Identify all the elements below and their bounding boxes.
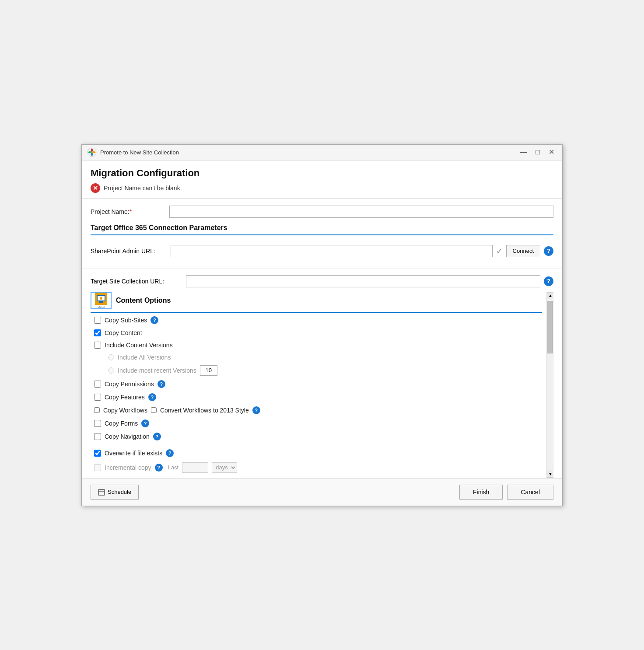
connection-section-title: Target Office 365 Connection Parameters [91, 224, 553, 235]
include-all-versions-label: Include All Versions [118, 354, 171, 361]
overwrite-row: Overwrite if file exists ? [91, 449, 542, 457]
copy-sub-sites-help-button[interactable]: ? [150, 316, 158, 324]
main-window: Promote to New Site Collection — □ ✕ Mig… [81, 144, 563, 506]
finish-button[interactable]: Finish [459, 485, 503, 500]
error-banner: ✕ Project Name can't be blank. [91, 183, 553, 193]
content-area: Target Site Collection URL: ? [82, 269, 562, 478]
scrollbar-track: ▲ ▼ [546, 292, 553, 478]
sharepoint-admin-help-button[interactable]: ? [544, 246, 553, 256]
minimize-button[interactable]: — [517, 148, 529, 157]
include-all-versions-radio[interactable] [108, 354, 114, 360]
include-content-versions-checkbox[interactable] [94, 342, 101, 349]
copy-sub-sites-label: Copy Sub-Sites [105, 317, 147, 324]
schedule-button-label: Schedule [108, 489, 131, 495]
target-site-url-row: Target Site Collection URL: ? [91, 269, 553, 292]
copy-features-checkbox[interactable] [94, 394, 101, 401]
window-body: Migration Configuration ✕ Project Name c… [82, 161, 562, 506]
overwrite-checkbox[interactable] [94, 450, 101, 457]
close-button[interactable]: ✕ [546, 148, 557, 157]
copy-navigation-checkbox[interactable] [94, 433, 101, 440]
include-all-versions-row: Include All Versions [91, 354, 542, 361]
copy-features-help-button[interactable]: ? [148, 393, 156, 401]
options-inner: 2013 Content Options Copy Sub-Sites ? Co… [91, 292, 546, 478]
options-container: 2013 Content Options Copy Sub-Sites ? Co… [91, 292, 553, 478]
title-bar-left: Promote to New Site Collection [87, 147, 179, 157]
copy-sub-sites-checkbox[interactable] [94, 317, 101, 324]
scrollbar-arrow-down[interactable]: ▼ [547, 471, 553, 478]
maximize-button[interactable]: □ [533, 148, 542, 157]
copy-workflows-checkbox[interactable] [94, 407, 100, 413]
project-name-row: Project Name:* [91, 206, 553, 218]
schedule-button[interactable]: Schedule [91, 485, 139, 500]
include-content-versions-row: Include Content Versions [91, 342, 542, 349]
include-recent-versions-radio[interactable] [108, 367, 114, 374]
content-options-title: Content Options [116, 297, 171, 304]
copy-permissions-checkbox[interactable] [94, 381, 101, 388]
include-recent-versions-label: Include most recent Versions [118, 367, 196, 374]
copy-workflows-row: Copy Workflows Convert Workflows to 2013… [91, 406, 542, 414]
svg-rect-5 [98, 489, 105, 495]
copy-features-label: Copy Features [105, 394, 145, 401]
overwrite-label: Overwrite if file exists [105, 450, 162, 457]
title-bar-controls: — □ ✕ [517, 148, 557, 157]
required-star: * [130, 208, 132, 215]
error-icon: ✕ [91, 183, 100, 193]
target-site-url-input[interactable] [186, 275, 540, 287]
scrollbar-arrow-up[interactable]: ▲ [547, 292, 553, 299]
checkmark-icon: ✓ [496, 246, 503, 256]
error-message: Project Name can't be blank. [104, 185, 182, 192]
convert-workflows-checkbox[interactable] [151, 407, 157, 413]
copy-workflows-label: Copy Workflows [103, 407, 147, 414]
icon-year: 2013 [98, 305, 105, 308]
incremental-copy-label: Incremental copy [105, 464, 151, 471]
copy-content-label: Copy Content [105, 329, 142, 336]
scrollbar-thumb[interactable] [547, 301, 553, 353]
copy-content-row: Copy Content [91, 329, 542, 336]
copy-sub-sites-row: Copy Sub-Sites ? [91, 316, 542, 324]
svg-rect-4 [99, 301, 103, 303]
footer-right: Finish Cancel [459, 485, 553, 500]
copy-navigation-label: Copy Navigation [105, 433, 150, 440]
sharepoint-admin-url-label: SharePoint Admin URL: [91, 248, 167, 255]
sharepoint-admin-url-input[interactable] [171, 245, 493, 257]
copy-content-checkbox[interactable] [94, 329, 101, 336]
overwrite-help-button[interactable]: ? [166, 449, 174, 457]
content-options-header: 2013 Content Options [91, 292, 542, 313]
project-name-label: Project Name:* [91, 208, 169, 215]
app-logo-icon [87, 147, 97, 157]
copy-forms-checkbox[interactable] [94, 420, 101, 427]
copy-forms-help-button[interactable]: ? [141, 419, 149, 427]
incremental-copy-row: Incremental copy ? Last days [91, 462, 542, 473]
window-title: Promote to New Site Collection [100, 149, 179, 156]
copy-permissions-help-button[interactable]: ? [158, 380, 165, 388]
copy-navigation-row: Copy Navigation ? [91, 433, 542, 440]
copy-permissions-row: Copy Permissions ? [91, 380, 542, 388]
copy-forms-label: Copy Forms [105, 420, 138, 427]
include-recent-versions-row: Include most recent Versions [91, 365, 542, 376]
title-bar: Promote to New Site Collection — □ ✕ [82, 145, 562, 161]
target-site-help-button[interactable]: ? [544, 276, 553, 286]
copy-forms-row: Copy Forms ? [91, 419, 542, 427]
content-icon-inner [95, 293, 107, 305]
incremental-days-input[interactable] [182, 462, 208, 473]
schedule-icon [98, 489, 105, 496]
incremental-days-select[interactable]: days [212, 462, 237, 473]
svg-point-3 [100, 297, 102, 300]
project-name-input[interactable] [169, 206, 553, 218]
include-content-versions-label: Include Content Versions [105, 342, 173, 349]
recent-versions-input[interactable] [200, 365, 217, 376]
copy-navigation-help-button[interactable]: ? [153, 433, 161, 440]
copy-features-row: Copy Features ? [91, 393, 542, 401]
convert-workflows-help-button[interactable]: ? [252, 406, 260, 414]
footer: Schedule Finish Cancel [82, 478, 562, 506]
page-title: Migration Configuration [91, 168, 553, 179]
form-section: Project Name:* Target Office 365 Connect… [82, 199, 562, 269]
convert-workflows-label: Convert Workflows to 2013 Style [160, 407, 249, 414]
sharepoint-admin-url-row: SharePoint Admin URL: ✓ Connect ? [91, 245, 553, 257]
header-section: Migration Configuration ✕ Project Name c… [82, 161, 562, 199]
cancel-button[interactable]: Cancel [507, 485, 553, 500]
incremental-copy-help-button[interactable]: ? [155, 464, 163, 472]
incremental-copy-checkbox[interactable] [94, 464, 101, 471]
connect-button[interactable]: Connect [506, 245, 540, 257]
copy-permissions-label: Copy Permissions [105, 381, 154, 388]
